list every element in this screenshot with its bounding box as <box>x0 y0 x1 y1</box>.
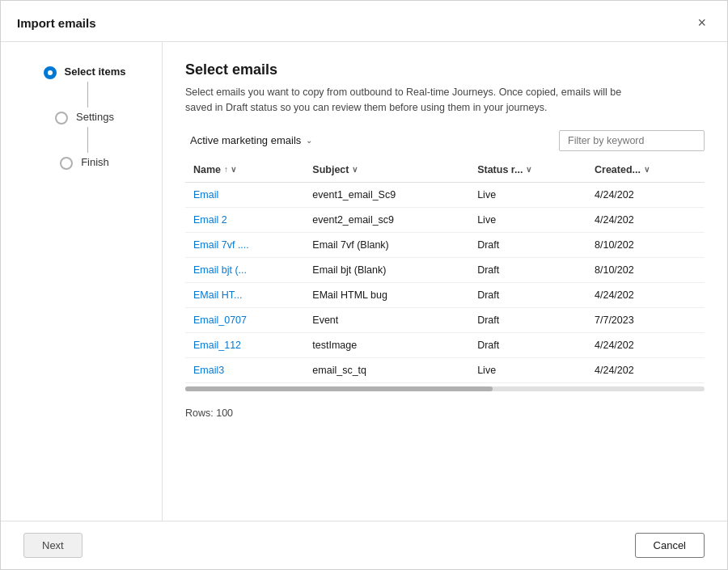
section-title: Select emails <box>185 61 705 78</box>
email-subject-cell: event1_email_Sc9 <box>304 182 469 207</box>
email-status-cell: Live <box>469 357 586 382</box>
email-name-cell[interactable]: Email_112 <box>185 332 304 357</box>
horizontal-scrollbar[interactable] <box>185 386 705 391</box>
step-row-3: Finish <box>60 155 109 170</box>
table-row: Email 2event2_email_sc9Live4/24/202 <box>185 207 705 232</box>
dialog-body: Select items Settings <box>1 42 727 521</box>
email-link[interactable]: Email bjt (... <box>193 264 247 276</box>
email-link[interactable]: EMail HT... <box>193 289 242 301</box>
email-created-cell: 4/24/202 <box>586 282 705 307</box>
email-link[interactable]: Email 2 <box>193 214 227 226</box>
sort-icon-created: ∨ <box>644 165 650 174</box>
email-name-cell[interactable]: EMail HT... <box>185 282 304 307</box>
email-subject-cell: Email bjt (Blank) <box>304 257 469 282</box>
email-status-cell: Draft <box>469 307 586 332</box>
step-row-2: Settings <box>55 110 114 125</box>
step-label-select-items: Select items <box>65 65 126 78</box>
email-subject-cell: event2_email_sc9 <box>304 207 469 232</box>
step-select-items: Select items <box>23 65 146 110</box>
email-created-cell: 4/24/202 <box>586 182 705 207</box>
table-row: Emailevent1_email_Sc9Live4/24/202 <box>185 182 705 207</box>
email-name-cell[interactable]: Email 7vf .... <box>185 232 304 257</box>
table-row: Email_0707EventDraft7/7/2023 <box>185 307 705 332</box>
scrollbar-thumb[interactable] <box>185 386 493 391</box>
email-name-cell[interactable]: Email 2 <box>185 207 304 232</box>
section-desc: Select emails you want to copy from outb… <box>185 85 622 116</box>
email-subject-cell: email_sc_tq <box>304 357 469 382</box>
import-emails-dialog: Import emails × Select items Settings <box>0 0 728 570</box>
email-subject-cell: Event <box>304 307 469 332</box>
dialog-header: Import emails × <box>1 1 727 42</box>
table-row: Email bjt (...Email bjt (Blank)Draft8/10… <box>185 257 705 282</box>
email-link[interactable]: Email3 <box>193 365 224 376</box>
email-created-cell: 8/10/202 <box>586 257 705 282</box>
filter-dropdown-label: Active marketing emails <box>190 134 301 146</box>
col-header-created[interactable]: Created... ∨ <box>586 158 705 183</box>
email-status-cell: Live <box>469 182 586 207</box>
table-row: Email3email_sc_tqLive4/24/202 <box>185 357 705 382</box>
email-status-cell: Draft <box>469 332 586 357</box>
chevron-down-icon: ⌄ <box>306 136 312 145</box>
email-status-cell: Draft <box>469 282 586 307</box>
col-header-name[interactable]: Name ↑ ∨ <box>185 158 304 183</box>
step-label-settings: Settings <box>76 110 114 123</box>
col-header-status[interactable]: Status r... ∨ <box>469 158 586 183</box>
email-subject-cell: testImage <box>304 332 469 357</box>
email-name-cell[interactable]: Email3 <box>185 357 304 382</box>
email-name-cell[interactable]: Email bjt (... <box>185 257 304 282</box>
table-row: Email_112testImageDraft4/24/202 <box>185 332 705 357</box>
rows-info: Rows: 100 <box>185 399 705 424</box>
email-status-cell: Draft <box>469 257 586 282</box>
main-content: Select emails Select emails you want to … <box>163 42 727 521</box>
toolbar: Active marketing emails ⌄ <box>185 130 705 151</box>
step-line-1 <box>87 82 88 108</box>
step-settings: Settings <box>23 110 146 155</box>
dialog-title: Import emails <box>17 16 96 30</box>
col-header-subject[interactable]: Subject ∨ <box>304 158 469 183</box>
step-finish: Finish <box>23 155 146 170</box>
email-status-cell: Live <box>469 207 586 232</box>
email-link[interactable]: Email_112 <box>193 340 241 351</box>
next-button[interactable]: Next <box>23 533 83 558</box>
step-row-1: Select items <box>44 65 126 79</box>
sidebar: Select items Settings <box>1 42 163 521</box>
table-row: EMail HT...EMail HTML bugDraft4/24/202 <box>185 282 705 307</box>
filter-dropdown[interactable]: Active marketing emails ⌄ <box>185 131 317 150</box>
close-button[interactable]: × <box>692 14 711 32</box>
email-subject-cell: Email 7vf (Blank) <box>304 232 469 257</box>
dialog-footer: Next Cancel <box>1 521 727 569</box>
sort-icon-name: ↑ ∨ <box>224 165 236 174</box>
email-link[interactable]: Email <box>193 189 218 201</box>
email-subject-cell: EMail HTML bug <box>304 282 469 307</box>
table-row: Email 7vf ....Email 7vf (Blank)Draft8/10… <box>185 232 705 257</box>
keyword-filter-input[interactable] <box>559 130 705 151</box>
email-created-cell: 4/24/202 <box>586 207 705 232</box>
email-link[interactable]: Email_0707 <box>193 315 247 326</box>
email-created-cell: 4/24/202 <box>586 332 705 357</box>
emails-table-container: Name ↑ ∨ Subject ∨ <box>185 158 705 521</box>
cancel-button[interactable]: Cancel <box>635 533 705 558</box>
email-name-cell[interactable]: Email <box>185 182 304 207</box>
step-label-finish: Finish <box>81 155 109 168</box>
table-header-row: Name ↑ ∨ Subject ∨ <box>185 158 705 183</box>
email-created-cell: 4/24/202 <box>586 357 705 382</box>
email-status-cell: Draft <box>469 232 586 257</box>
step-circle-select-items <box>44 66 57 79</box>
step-circle-settings <box>55 112 68 125</box>
emails-table: Name ↑ ∨ Subject ∨ <box>185 158 705 383</box>
email-created-cell: 8/10/202 <box>586 232 705 257</box>
sort-icon-status: ∨ <box>526 165 531 174</box>
email-name-cell[interactable]: Email_0707 <box>185 307 304 332</box>
email-created-cell: 7/7/2023 <box>586 307 705 332</box>
step-circle-finish <box>60 157 73 170</box>
sort-icon-subject: ∨ <box>352 165 358 174</box>
step-line-2 <box>87 127 88 153</box>
email-link[interactable]: Email 7vf .... <box>193 239 249 251</box>
